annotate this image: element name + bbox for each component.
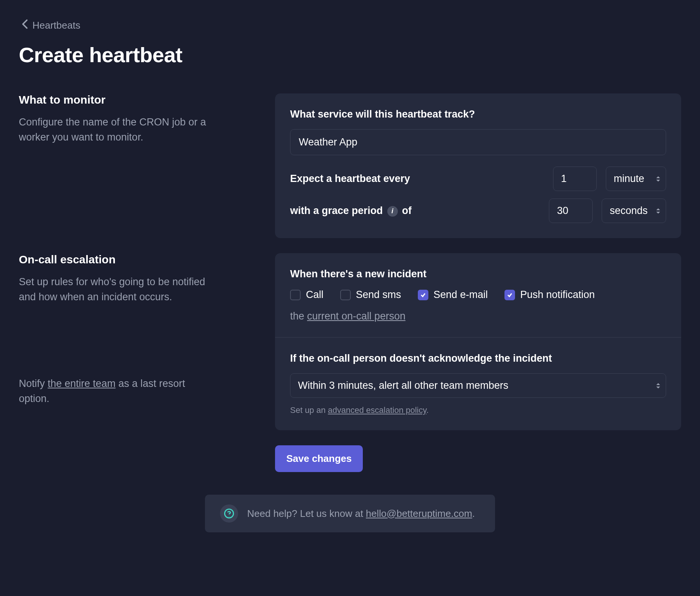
grace-unit-select[interactable]: seconds xyxy=(602,199,666,223)
incident-label: When there's a new incident xyxy=(290,268,666,280)
help-icon xyxy=(220,504,238,523)
grace-unit-value: seconds xyxy=(610,205,648,217)
expect-label: Expect a heartbeat every xyxy=(290,173,410,185)
oncall-line: the current on-call person xyxy=(290,310,666,322)
advanced-escalation-line: Set up an advanced escalation policy. xyxy=(290,405,666,415)
section-escalation-heading: On-call escalation xyxy=(19,253,260,266)
checkbox-label: Send sms xyxy=(356,289,401,301)
checkbox-call[interactable]: Call xyxy=(290,289,324,301)
checkbox-label: Push notification xyxy=(520,289,595,301)
info-icon[interactable]: i xyxy=(387,206,398,217)
checkbox-sms[interactable]: Send sms xyxy=(340,289,401,301)
checkbox-push[interactable]: Push notification xyxy=(504,289,595,301)
help-email-link[interactable]: hello@betteruptime.com xyxy=(366,508,472,519)
chevron-left-icon xyxy=(21,19,29,32)
expect-unit-value: minute xyxy=(614,173,644,185)
service-input[interactable] xyxy=(290,129,666,155)
current-oncall-link[interactable]: current on-call person xyxy=(307,310,405,322)
entire-team-link[interactable]: the entire team xyxy=(48,378,116,389)
help-box: Need help? Let us know at hello@betterup… xyxy=(205,495,495,532)
chevron-up-down-icon xyxy=(656,382,660,389)
checkbox-label: Call xyxy=(306,289,324,301)
svg-point-1 xyxy=(229,516,229,516)
back-link-label: Heartbeats xyxy=(32,20,80,31)
checkbox-box xyxy=(418,290,428,300)
ack-label: If the on-call person doesn't acknowledg… xyxy=(290,353,666,364)
section-what-heading: What to monitor xyxy=(19,93,260,106)
checkbox-box xyxy=(340,290,351,300)
expect-value-input[interactable] xyxy=(553,167,597,191)
help-text: Need help? Let us know at hello@betterup… xyxy=(247,508,475,520)
back-link[interactable]: Heartbeats xyxy=(21,19,80,32)
what-to-monitor-card: What service will this heartbeat track? … xyxy=(275,93,681,238)
service-label: What service will this heartbeat track? xyxy=(290,109,666,120)
checkbox-box xyxy=(290,290,301,300)
escalation-card: When there's a new incident Call Send sm… xyxy=(275,253,681,430)
advanced-escalation-link[interactable]: advanced escalation policy xyxy=(328,405,426,415)
save-button[interactable]: Save changes xyxy=(275,445,363,472)
section-escalation-desc: Set up rules for who's going to be notif… xyxy=(19,274,207,304)
chevron-up-down-icon xyxy=(656,176,660,182)
expect-unit-select[interactable]: minute xyxy=(606,167,666,191)
grace-value-input[interactable] xyxy=(549,199,593,223)
section-what-desc: Configure the name of the CRON job or a … xyxy=(19,115,207,145)
checkbox-label: Send e-mail xyxy=(434,289,488,301)
notify-team-text: Notify the entire team as a last resort … xyxy=(19,376,207,406)
ack-select-value: Within 3 minutes, alert all other team m… xyxy=(298,380,508,391)
grace-label: with a grace period i of xyxy=(290,205,412,217)
checkbox-email[interactable]: Send e-mail xyxy=(418,289,488,301)
chevron-up-down-icon xyxy=(656,208,660,214)
page-title: Create heartbeat xyxy=(19,43,681,67)
ack-select[interactable]: Within 3 minutes, alert all other team m… xyxy=(290,373,666,398)
checkbox-box xyxy=(504,290,515,300)
